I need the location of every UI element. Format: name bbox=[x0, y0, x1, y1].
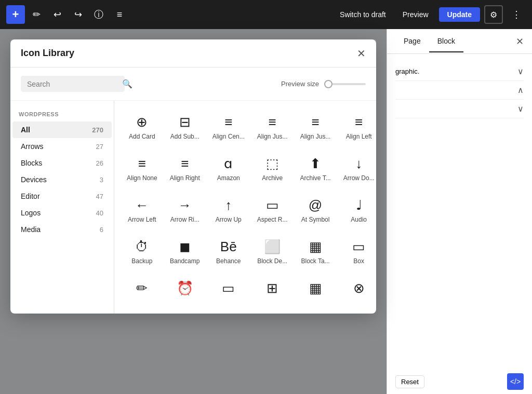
sidebar-item-count: 40 bbox=[96, 209, 103, 217]
toolbar-left: + ✏ ↩ ↪ ⓘ ≡ bbox=[6, 5, 331, 24]
sidebar-item-label: Media bbox=[21, 225, 41, 234]
icon-label-22: Block Ta... bbox=[301, 257, 330, 265]
sidebar-item-label: All bbox=[21, 126, 30, 134]
panel-close-button[interactable]: ✕ bbox=[516, 36, 524, 47]
icon-item-3[interactable]: ≡Align Jus... bbox=[253, 109, 292, 146]
icon-item-7[interactable]: ≡Align Right bbox=[166, 151, 204, 188]
icon-item-15[interactable]: ▭Aspect R... bbox=[253, 192, 292, 229]
icon-label-23: Box bbox=[353, 257, 364, 265]
icon-item-6[interactable]: ≡Align None bbox=[123, 151, 162, 188]
icon-item-27[interactable]: ⊞ bbox=[253, 275, 292, 305]
icon-label-17: Audio bbox=[351, 216, 367, 223]
icon-item-10[interactable]: ⬆Archive T... bbox=[296, 151, 335, 188]
panel-row-1: graphic. ∨ bbox=[395, 62, 524, 81]
icon-item-2[interactable]: ≡Align Cen... bbox=[208, 109, 249, 146]
icon-item-26[interactable]: ▭ bbox=[208, 275, 249, 305]
sidebar-item-editor[interactable]: Editor47 bbox=[12, 188, 112, 205]
icon-item-20[interactable]: BēBehance bbox=[208, 234, 249, 271]
icon-item-25[interactable]: ⏰ bbox=[166, 275, 204, 305]
undo-button[interactable]: ↩ bbox=[48, 5, 66, 24]
pencil-button[interactable]: ✏ bbox=[27, 5, 46, 24]
icon-symbol-28: ▦ bbox=[309, 281, 322, 295]
modal-header: Icon Library ✕ bbox=[10, 39, 376, 67]
modal-close-button[interactable]: ✕ bbox=[357, 48, 366, 59]
icon-item-19[interactable]: ◼Bandcamp bbox=[166, 234, 204, 271]
icon-item-28[interactable]: ▦ bbox=[296, 275, 335, 305]
icon-item-5[interactable]: ≡Align Left bbox=[339, 109, 376, 146]
reset-button[interactable]: Reset bbox=[395, 375, 424, 388]
icon-item-29[interactable]: ⊗ bbox=[339, 275, 376, 305]
sidebar-section-label: WORDPRESS bbox=[10, 109, 114, 121]
icon-item-8[interactable]: ɑAmazon bbox=[208, 151, 249, 188]
icon-symbol-10: ⬆ bbox=[310, 157, 321, 170]
icon-label-15: Aspect R... bbox=[257, 216, 288, 223]
chevron-up-icon[interactable]: ∧ bbox=[517, 85, 524, 95]
icon-item-24[interactable]: ✏ bbox=[123, 275, 162, 305]
modal-grid-area: ⊕Add Card⊟Add Sub...≡Align Cen...≡Align … bbox=[114, 101, 376, 314]
list-icon: ≡ bbox=[117, 9, 123, 20]
info-button[interactable]: ⓘ bbox=[89, 5, 108, 24]
toolbar: + ✏ ↩ ↪ ⓘ ≡ Switch to draft Preview Upda… bbox=[0, 0, 532, 29]
switch-draft-button[interactable]: Switch to draft bbox=[334, 7, 392, 22]
chevron-down-icon-2[interactable]: ∨ bbox=[517, 104, 524, 114]
icon-item-0[interactable]: ⊕Add Card bbox=[123, 109, 162, 146]
sidebar-item-arrows[interactable]: Arrows27 bbox=[12, 138, 112, 155]
modal-title: Icon Library bbox=[21, 48, 74, 59]
preview-size-label: Preview size bbox=[281, 80, 319, 88]
icon-symbol-7: ≡ bbox=[181, 157, 189, 170]
icon-item-18[interactable]: ⏱Backup bbox=[123, 234, 162, 271]
icon-symbol-2: ≡ bbox=[224, 115, 232, 129]
modal-overlay: Icon Library ✕ 🔍 Preview size bbox=[0, 29, 387, 394]
sidebar-item-count: 3 bbox=[100, 176, 103, 184]
right-panel: Page Block ✕ graphic. ∨ ∧ ∨ Reset </> bbox=[387, 29, 532, 394]
icon-symbol-3: ≡ bbox=[269, 115, 276, 129]
sidebar-item-logos[interactable]: Logos40 bbox=[12, 205, 112, 221]
icon-item-9[interactable]: ⬚Archive bbox=[253, 151, 292, 188]
icon-label-18: Backup bbox=[131, 257, 152, 265]
icon-label-0: Add Card bbox=[129, 133, 155, 140]
chevron-down-icon[interactable]: ∨ bbox=[517, 66, 524, 76]
tab-block[interactable]: Block bbox=[429, 31, 463, 52]
sidebar-item-media[interactable]: Media6 bbox=[12, 221, 112, 238]
slider-thumb bbox=[324, 80, 332, 88]
icon-item-17[interactable]: ♩Audio bbox=[339, 192, 376, 229]
icon-item-22[interactable]: ▦Block Ta... bbox=[296, 234, 335, 271]
update-button[interactable]: Update bbox=[439, 7, 480, 22]
icon-symbol-22: ▦ bbox=[309, 240, 322, 253]
icon-symbol-26: ▭ bbox=[222, 281, 235, 295]
search-input[interactable] bbox=[27, 80, 118, 88]
icon-label-5: Align Left bbox=[346, 133, 372, 140]
icon-item-21[interactable]: ⬜Block De... bbox=[253, 234, 292, 271]
icon-item-14[interactable]: ↑Arrow Up bbox=[208, 192, 249, 229]
redo-icon: ↪ bbox=[74, 9, 82, 20]
icon-item-1[interactable]: ⊟Add Sub... bbox=[166, 109, 204, 146]
sidebar-item-count: 6 bbox=[100, 226, 103, 234]
panel-reset-area: Reset </> bbox=[387, 369, 532, 394]
icon-item-23[interactable]: ▭Box bbox=[339, 234, 376, 271]
more-options-button[interactable]: ⋮ bbox=[507, 5, 526, 24]
icon-item-11[interactable]: ↓Arrow Do... bbox=[339, 151, 376, 188]
code-button[interactable]: </> bbox=[507, 373, 524, 390]
icon-label-3: Align Jus... bbox=[257, 133, 288, 140]
add-block-button[interactable]: + bbox=[6, 5, 25, 24]
preview-button[interactable]: Preview bbox=[396, 7, 435, 22]
info-icon: ⓘ bbox=[94, 8, 103, 21]
sidebar-item-blocks[interactable]: Blocks26 bbox=[12, 155, 112, 171]
sidebar-item-devices[interactable]: Devices3 bbox=[12, 171, 112, 188]
icon-symbol-20: Bē bbox=[220, 240, 237, 253]
icon-item-13[interactable]: →Arrow Ri... bbox=[166, 192, 204, 229]
search-icon: 🔍 bbox=[122, 79, 132, 89]
preview-size-slider[interactable] bbox=[324, 83, 366, 85]
redo-button[interactable]: ↪ bbox=[69, 5, 87, 24]
icon-item-12[interactable]: ←Arrow Left bbox=[123, 192, 162, 229]
list-view-button[interactable]: ≡ bbox=[110, 5, 129, 24]
icon-symbol-29: ⊗ bbox=[353, 281, 365, 295]
sidebar-item-all[interactable]: All270 bbox=[12, 121, 112, 138]
sidebar-item-label: Editor bbox=[21, 192, 40, 200]
icon-symbol-8: ɑ bbox=[224, 157, 233, 170]
settings-button[interactable]: ⚙ bbox=[484, 5, 503, 24]
icon-item-4[interactable]: ≡Align Jus... bbox=[296, 109, 335, 146]
icon-item-16[interactable]: @At Symbol bbox=[296, 192, 335, 229]
preview-size-area: Preview size bbox=[281, 80, 366, 88]
tab-page[interactable]: Page bbox=[395, 31, 429, 52]
